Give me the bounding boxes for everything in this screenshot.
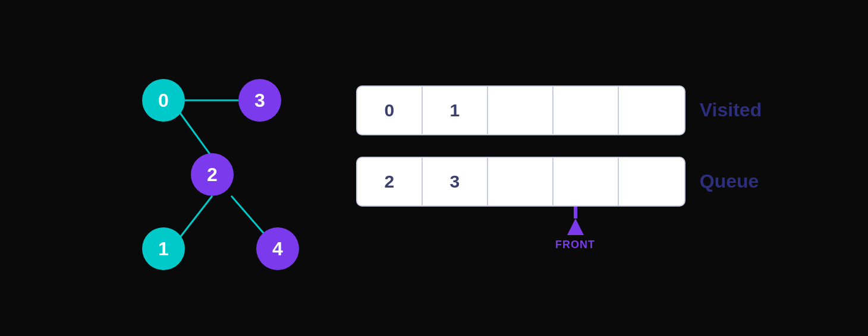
visited-cell-0: 0 bbox=[357, 87, 423, 134]
front-label: FRONT bbox=[555, 239, 595, 251]
node-3: 3 bbox=[238, 79, 281, 122]
queue-cell-1: 3 bbox=[423, 158, 488, 205]
visited-row: 0 1 Visited bbox=[356, 85, 762, 135]
queue-cell-4 bbox=[619, 158, 684, 205]
queue-cell-3 bbox=[553, 158, 619, 205]
node-4: 4 bbox=[256, 227, 299, 270]
queue-label: Queue bbox=[700, 170, 759, 192]
queue-array: 2 3 bbox=[356, 157, 685, 207]
node-1: 1 bbox=[142, 227, 185, 270]
main-container: 0 3 2 1 4 0 1 Visited bbox=[106, 43, 762, 293]
queue-cell-0: 2 bbox=[357, 158, 423, 205]
graph-area: 0 3 2 1 4 bbox=[106, 43, 309, 293]
queue-row: 2 3 Queue bbox=[356, 157, 762, 207]
front-indicator: FRONT bbox=[389, 207, 762, 251]
visited-array: 0 1 bbox=[356, 85, 685, 135]
arrow-up bbox=[567, 218, 584, 235]
visited-cell-1: 1 bbox=[423, 87, 488, 134]
right-panel: 0 1 Visited 2 3 Queue bbox=[356, 85, 762, 251]
arrow-stem bbox=[574, 207, 577, 218]
queue-cell-2 bbox=[488, 158, 553, 205]
arrays-and-front: 0 1 Visited 2 3 Queue bbox=[356, 85, 762, 251]
visited-cell-2 bbox=[488, 87, 553, 134]
node-0: 0 bbox=[142, 79, 185, 122]
visited-cell-4 bbox=[619, 87, 684, 134]
visited-label: Visited bbox=[700, 99, 762, 121]
visited-cell-3 bbox=[553, 87, 619, 134]
svg-line-1 bbox=[178, 110, 212, 157]
node-2: 2 bbox=[191, 153, 234, 196]
